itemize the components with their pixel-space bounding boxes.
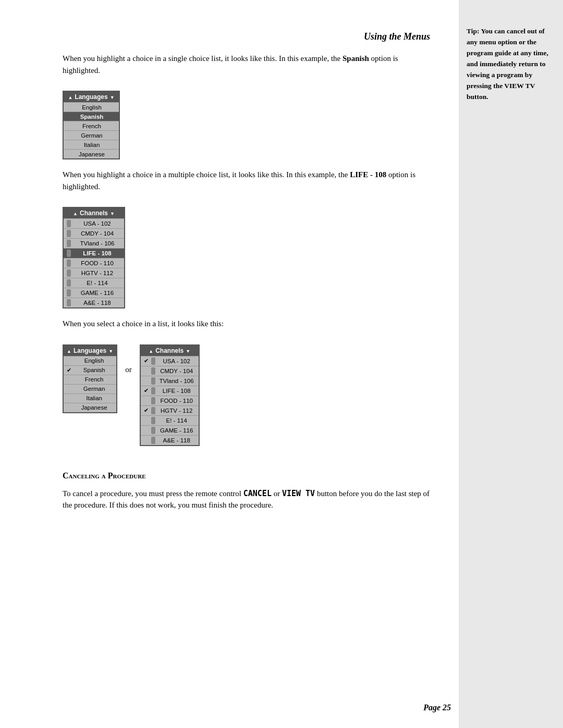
check-icon [67,376,74,382]
lang2-item-spanish[interactable]: ✔ Spanish [64,365,116,375]
single-choice-para: When you highlight a choice in a single … [63,53,433,76]
ch1-item-life108[interactable]: LIFE - 108 [64,248,124,258]
ch1-item-ae118[interactable]: A&E - 118 [64,298,124,307]
check-icon [67,395,74,401]
check-icon [144,378,151,384]
languages-menu-1-title: Languages [75,93,107,101]
channels-menu-2-title: Channels [155,347,183,354]
lang2-item-french[interactable]: French [64,375,116,384]
tri-down-icon [110,93,115,101]
languages-menu-2: Languages English ✔ Spanish French [63,339,117,423]
tri-up-icon [68,93,72,101]
check-icon: ✔ [67,367,74,374]
lang2-item-english[interactable]: English [64,356,116,365]
channels-menu-1: Channels USA - 102 CMDY - 104 TVland - 1… [63,202,433,318]
ch2-item-ae118[interactable]: A&E - 118 [141,435,199,445]
lang1-item-french[interactable]: French [64,121,119,130]
tri-up-icon-ch2 [149,347,153,354]
right-sidebar: Tip: You can cancel out of any menu opti… [459,0,563,728]
check-icon [144,437,151,443]
tab-left-icon [151,387,155,394]
tab-left-icon [151,377,155,385]
check-icon [144,427,151,434]
multi-choice-bold: LIFE - 108 [350,170,386,179]
tab-left-icon [67,230,71,237]
channels-menu-2-header: Channels [141,346,199,356]
ch2-item-food110[interactable]: FOOD - 110 [141,396,199,405]
page-number: Page 25 [423,703,451,712]
lang1-item-japanese[interactable]: Japanese [64,149,119,158]
page-title: Using the Menus [63,31,433,42]
lang1-item-german[interactable]: German [64,130,119,140]
tab-left-icon [151,397,155,404]
ch2-item-tvland106[interactable]: TVland - 106 [141,376,199,386]
select-intro-para: When you select a choice in a list, it l… [63,318,433,330]
languages-menu-2-header: Languages [64,346,116,356]
cancel-word: CANCEL [243,489,272,498]
or-text: or [117,339,140,374]
multi-choice-para: When you highlight a choice in a multipl… [63,169,433,192]
tab-left-icon [151,417,155,424]
channels-menu-2: Channels ✔ USA - 102 CMDY - 104 [140,339,200,455]
tab-left-icon [67,250,71,257]
lang2-item-japanese[interactable]: Japanese [64,403,116,412]
tip-box: Tip: You can cancel out of any menu opti… [467,26,555,102]
ch1-item-e114[interactable]: E! - 114 [64,278,124,288]
lang1-item-spanish[interactable]: Spanish [64,112,119,121]
tab-left-icon [67,299,71,306]
check-icon: ✔ [144,387,151,394]
canceling-heading: Canceling a Procedure [63,471,433,480]
tab-left-icon [67,240,71,247]
ch2-item-cmdy104[interactable]: CMDY - 104 [141,366,199,376]
ch2-item-usa102[interactable]: ✔ USA - 102 [141,356,199,366]
check-icon: ✔ [144,407,151,414]
tab-left-icon [151,357,155,365]
channels-menu-1-header: Channels [64,208,124,218]
ch1-item-food110[interactable]: FOOD - 110 [64,258,124,268]
lang2-item-german[interactable]: German [64,384,116,393]
ch1-item-game116[interactable]: GAME - 116 [64,288,124,298]
tri-down-icon-2 [108,347,113,354]
ch1-item-tvland106[interactable]: TVland - 106 [64,238,124,248]
tip-text: Tip: You can cancel out of any menu opti… [467,26,555,102]
multi-choice-intro-text: When you highlight a choice in a multipl… [63,170,350,179]
channels-tri-up-icon [73,209,78,217]
check-icon [67,357,74,364]
ch2-item-e114[interactable]: E! - 114 [141,415,199,425]
languages-menu-1: Languages English Spanish French German … [63,85,433,169]
tab-left-icon [67,279,71,287]
tab-left-icon [67,289,71,297]
check-icon [67,404,74,411]
tab-left-icon [67,220,71,227]
tab-left-icon [67,260,71,267]
tab-left-icon [151,407,155,414]
channels-menu-1-title: Channels [80,209,108,217]
tri-down-icon-ch2 [186,347,190,354]
canceling-body: To cancel a procedure, you must press th… [63,488,433,511]
check-icon [144,368,151,374]
ch1-item-usa102[interactable]: USA - 102 [64,218,124,228]
lang1-item-italian[interactable]: Italian [64,140,119,149]
page-layout: Using the Menus When you highlight a cho… [0,0,563,728]
lang1-item-english[interactable]: English [64,102,119,112]
check-icon [67,386,74,392]
single-choice-intro-text: When you highlight a choice in a single … [63,54,342,63]
channels-tri-down-icon [110,209,115,217]
ch1-item-hgtv112[interactable]: HGTV - 112 [64,268,124,278]
single-choice-bold: Spanish [342,54,369,63]
tri-up-icon-2 [67,347,71,354]
languages-menu-2-title: Languages [74,347,106,354]
check-icon [144,417,151,424]
languages-menu-1-header: Languages [64,92,119,102]
ch2-item-life108[interactable]: ✔ LIFE - 108 [141,386,199,396]
ch2-item-game116[interactable]: GAME - 116 [141,425,199,435]
lang2-item-italian[interactable]: Italian [64,393,116,403]
tab-left-icon [151,427,155,434]
ch1-item-cmdy104[interactable]: CMDY - 104 [64,228,124,238]
menus-row: Languages English ✔ Spanish French [63,339,433,455]
viewtv-word: VIEW TV [282,489,315,498]
ch2-item-hgtv112[interactable]: ✔ HGTV - 112 [141,405,199,415]
tab-left-icon [151,367,155,375]
main-content: Using the Menus When you highlight a cho… [0,0,459,728]
check-icon [144,398,151,404]
